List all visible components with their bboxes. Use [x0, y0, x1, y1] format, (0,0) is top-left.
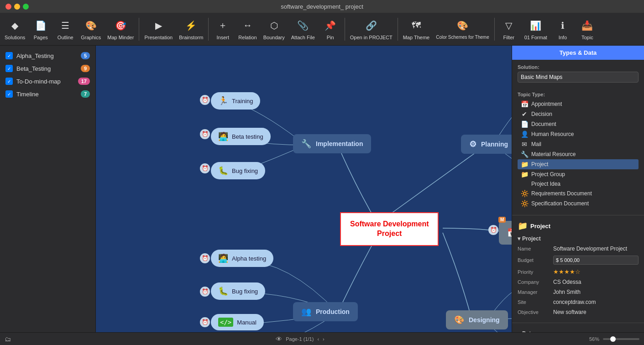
designing-icon: 🎨	[454, 315, 464, 325]
pages-icon: 📄	[33, 18, 48, 33]
tt-material-resource[interactable]: 🔧 Material Resource	[518, 149, 639, 159]
tt-human-resource[interactable]: 👤 Human Resource	[518, 129, 639, 139]
tt-decision[interactable]: ✔ Decision	[518, 109, 639, 119]
graphics-icon: 🎨	[84, 18, 98, 33]
sidebar-item-alpha-testing[interactable]: ✓ Alpha_Testing 5	[0, 49, 95, 62]
attach-file-icon: 📎	[296, 18, 310, 33]
appointment-icon: 📅	[520, 100, 529, 108]
info-icon: ℹ	[555, 18, 570, 33]
topic-icon: 📥	[580, 18, 595, 33]
prop-company: Company CS Odessa	[518, 277, 639, 287]
manual-icon: </>	[218, 318, 233, 327]
close-button[interactable]	[5, 4, 11, 10]
minimize-button[interactable]	[14, 4, 20, 10]
filter-icon: ▽	[502, 18, 516, 33]
node-bug-fixing-1[interactable]: 🐛 Bug fixing	[211, 162, 265, 179]
project-icon: 📁	[520, 161, 529, 168]
toolbar-info[interactable]: ℹ Info	[551, 16, 575, 43]
node-planning-approval[interactable]: 📅 Planning approval	[499, 221, 512, 245]
sidebar-item-todo-mind-map[interactable]: ✓ To-Do-mind-map 17	[0, 75, 95, 88]
requirements-doc-icon: 🔆	[520, 190, 529, 197]
statusbar-right: 56%	[589, 336, 639, 342]
toolbar-open-in-project[interactable]: 🔗 Open in PROJECT	[347, 16, 395, 43]
sidebar-item-beta-testing[interactable]: ✓ Beta_Testing 9	[0, 62, 95, 75]
tt-specification-doc[interactable]: 🔆 Specification Document	[518, 199, 639, 209]
planning-approval-icon: 📅	[507, 228, 512, 238]
toolbar-boundary[interactable]: ⬡ Boundary	[261, 16, 288, 43]
toolbar-presentation[interactable]: ▶ Presentation	[141, 16, 175, 43]
checkbox-timeline[interactable]: ✓	[5, 90, 13, 98]
center-node[interactable]: Software DevelopmentProject	[340, 212, 439, 246]
dates-toggle[interactable]: ▾ Dates	[518, 329, 639, 332]
toolbar-divider-5	[494, 18, 495, 41]
boundary-icon: ⬡	[267, 18, 281, 33]
nav-prev[interactable]: ‹	[317, 336, 319, 342]
format-icon: 📊	[529, 18, 543, 33]
clock-beta: ⏰	[200, 129, 210, 139]
panel-divider-1	[512, 215, 644, 215]
toolbar-color-schemes[interactable]: 🎨 Color Schemes for Theme	[433, 16, 492, 43]
tt-project-group[interactable]: 📁 Project Group	[518, 169, 639, 179]
clock-training: ⏰	[200, 95, 210, 105]
zoom-level: 56%	[589, 336, 599, 342]
toolbar-attach-file[interactable]: 📎 Attach File	[288, 16, 318, 43]
project-group-icon: 📁	[520, 171, 529, 178]
node-training[interactable]: 🏃 Training	[211, 92, 260, 110]
sidebar: ✓ Alpha_Testing 5 ✓ Beta_Testing 9 ✓ To-…	[0, 46, 96, 332]
sidebar-item-timeline[interactable]: ✓ Timeline 7	[0, 88, 95, 100]
mail-icon: ✉	[520, 141, 529, 148]
topic-type-list: 📅 Appointment ✔ Decision 📄 Document 👤 Hu…	[518, 99, 639, 209]
toolbar-graphics[interactable]: 🎨 Graphics	[78, 16, 104, 43]
checkbox-todo[interactable]: ✓	[5, 78, 13, 85]
tt-project-idea[interactable]: Project Idea	[518, 179, 639, 188]
checkbox-alpha-testing[interactable]: ✓	[5, 52, 13, 59]
clock-planning-approval: ⏰	[488, 225, 498, 235]
toolbar-topic[interactable]: 📥 Topic	[576, 16, 599, 43]
toolbar-map-theme[interactable]: 🗺 Map Theme	[400, 16, 433, 43]
toolbar-pages[interactable]: 📄 Pages	[29, 16, 52, 43]
maximize-button[interactable]	[23, 4, 29, 10]
toolbar-relation[interactable]: ↔ Relation	[236, 16, 259, 43]
node-manual[interactable]: </> Manual	[211, 314, 264, 330]
toolbar: ◆ Solutions 📄 Pages ☰ Outline 🎨 Graphics…	[0, 13, 644, 46]
project-toggle[interactable]: ▾ Project	[518, 234, 639, 244]
zoom-slider[interactable]	[603, 338, 639, 340]
titlebar: software_development_ project	[0, 0, 644, 13]
tt-appointment[interactable]: 📅 Appointment	[518, 99, 639, 109]
node-production[interactable]: 👥 Production	[293, 302, 358, 321]
canvas-area[interactable]: Software DevelopmentProject ⏰ ⏰ ⏰ ⏰ ⏰ ⏰ …	[96, 46, 512, 332]
toolbar-solutions[interactable]: ◆ Solutions	[2, 16, 28, 43]
checkbox-beta-testing[interactable]: ✓	[5, 65, 13, 72]
alpha-icon: 🧑‍💻	[218, 253, 228, 263]
node-bug-fixing-2[interactable]: 🐛 Bug fixing	[211, 282, 265, 300]
map-theme-icon: 🗺	[409, 18, 424, 33]
tt-requirements-doc[interactable]: 🔆 Requirements Document	[518, 188, 639, 199]
node-designing[interactable]: 🎨 Designing	[446, 310, 508, 329]
tt-project[interactable]: 📁 Project	[518, 159, 639, 169]
toolbar-format[interactable]: 📊 01 Format	[522, 16, 550, 43]
toolbar-pin[interactable]: 📌 Pin	[319, 16, 342, 43]
clock-alpha: ⏰	[200, 253, 210, 263]
toolbar-outline[interactable]: ☰ Outline	[53, 16, 77, 43]
node-beta-testing[interactable]: 🧑‍💻 Beta testing	[211, 128, 271, 145]
pin-icon: 📌	[323, 18, 338, 33]
tt-mail[interactable]: ✉ Mail	[518, 139, 639, 149]
node-implementation[interactable]: 🔧 Implementation	[293, 134, 371, 153]
solution-select[interactable]: Basic Mind Maps	[518, 72, 639, 83]
clock-manual: ⏰	[200, 317, 210, 327]
color-schemes-icon: 🎨	[455, 18, 470, 33]
impl-icon: 🔧	[301, 139, 311, 149]
budget-input[interactable]	[553, 256, 639, 265]
tt-document[interactable]: 📄 Document	[518, 119, 639, 129]
nav-next[interactable]: ›	[323, 336, 325, 342]
toolbar-map-minder[interactable]: 🎯 Map Minder	[105, 16, 136, 43]
node-planning[interactable]: ⚙ Planning	[461, 135, 512, 154]
toolbar-insert[interactable]: ＋ Insert	[211, 16, 235, 43]
node-alpha-testing[interactable]: 🧑‍💻 Alpha testing	[211, 250, 273, 267]
document-icon: 📄	[520, 120, 529, 128]
toolbar-filter[interactable]: ▽ Filter	[497, 16, 521, 43]
toolbar-brainstorm[interactable]: ⚡ Brainstorm	[176, 16, 206, 43]
solutions-icon: ◆	[8, 18, 22, 33]
outline-icon: ☰	[58, 18, 73, 33]
presentation-icon: ▶	[151, 18, 166, 33]
